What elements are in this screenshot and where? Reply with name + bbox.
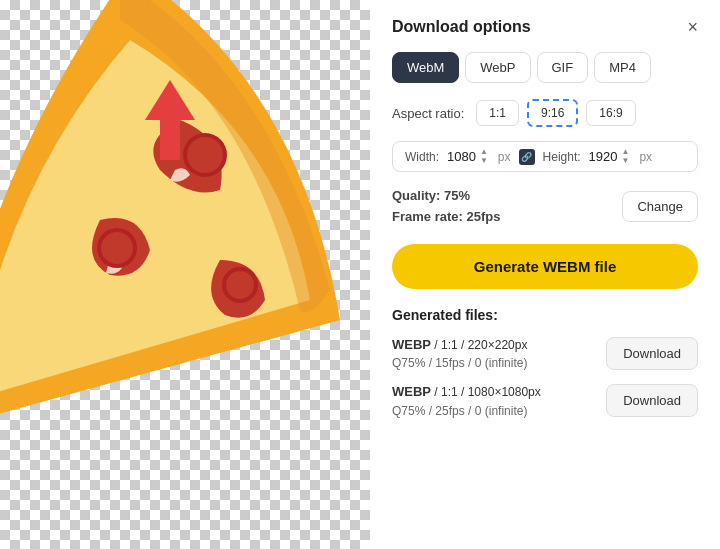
dimensions-row: Width: 1080 ▲ ▼ px 🔗 Height: 1920 ▲ ▼ px (392, 141, 698, 172)
quality-value: 75% (444, 188, 470, 203)
height-down[interactable]: ▼ (622, 157, 630, 165)
svg-point-1 (187, 137, 223, 173)
file-meta-2: Q75% / 25fps / 0 (infinite) (392, 402, 541, 420)
panel-title: Download options (392, 18, 531, 36)
aspect-ratio-row: Aspect ratio: 1:1 9:16 16:9 (392, 99, 698, 127)
generate-button[interactable]: Generate WEBM file (392, 244, 698, 289)
change-button[interactable]: Change (622, 191, 698, 222)
width-unit: px (498, 150, 511, 164)
file-format-2: WEBP (392, 384, 431, 399)
height-value-group: 1920 ▲ ▼ (589, 148, 630, 165)
quality-row: Quality: 75% Frame rate: 25fps Change (392, 186, 698, 228)
file-item-2: WEBP / 1:1 / 1080×1080px Q75% / 25fps / … (392, 382, 698, 420)
svg-point-3 (101, 232, 133, 264)
tab-mp4[interactable]: MP4 (594, 52, 651, 83)
width-down[interactable]: ▼ (480, 157, 488, 165)
lock-icon: 🔗 (519, 149, 535, 165)
framerate-value: 25fps (466, 209, 500, 224)
height-up[interactable]: ▲ (622, 148, 630, 156)
height-label: Height: (543, 150, 581, 164)
file-info-1: WEBP / 1:1 / 220×220px Q75% / 15fps / 0 … (392, 335, 527, 373)
height-unit: px (639, 150, 652, 164)
ratio-btn-16-9[interactable]: 16:9 (586, 100, 635, 126)
quality-info: Quality: 75% Frame rate: 25fps (392, 186, 500, 228)
width-up[interactable]: ▲ (480, 148, 488, 156)
width-value-group: 1080 ▲ ▼ (447, 148, 488, 165)
ratio-btn-9-16[interactable]: 9:16 (527, 99, 578, 127)
file-ratio-2: / 1:1 / 1080×1080px (434, 385, 540, 399)
file-item-1: WEBP / 1:1 / 220×220px Q75% / 15fps / 0 … (392, 335, 698, 373)
svg-point-5 (226, 271, 254, 299)
generated-files-title: Generated files: (392, 307, 698, 323)
quality-label: Quality: (392, 188, 444, 203)
framerate-label: Frame rate: (392, 209, 466, 224)
generated-files-section: Generated files: WEBP / 1:1 / 220×220px … (392, 307, 698, 420)
framerate-line: Frame rate: 25fps (392, 207, 500, 228)
link-icon: 🔗 (521, 152, 532, 162)
width-label: Width: (405, 150, 439, 164)
file-name-1: WEBP / 1:1 / 220×220px (392, 335, 527, 355)
file-ratio-1: / 1:1 / 220×220px (434, 338, 527, 352)
file-info-2: WEBP / 1:1 / 1080×1080px Q75% / 25fps / … (392, 382, 541, 420)
download-button-2[interactable]: Download (606, 384, 698, 417)
quality-line: Quality: 75% (392, 186, 500, 207)
width-spinner[interactable]: ▲ ▼ (480, 148, 488, 165)
file-format-1: WEBP (392, 337, 431, 352)
tab-webp[interactable]: WebP (465, 52, 530, 83)
pizza-image (0, 0, 340, 549)
tab-gif[interactable]: GIF (537, 52, 589, 83)
close-button[interactable]: × (687, 18, 698, 36)
download-button-1[interactable]: Download (606, 337, 698, 370)
aspect-ratio-label: Aspect ratio: (392, 106, 464, 121)
panel-header: Download options × (392, 18, 698, 36)
file-meta-1: Q75% / 15fps / 0 (infinite) (392, 354, 527, 372)
height-spinner[interactable]: ▲ ▼ (622, 148, 630, 165)
file-name-2: WEBP / 1:1 / 1080×1080px (392, 382, 541, 402)
format-tabs: WebM WebP GIF MP4 (392, 52, 698, 83)
width-value: 1080 (447, 149, 476, 164)
ratio-btn-1-1[interactable]: 1:1 (476, 100, 519, 126)
height-value: 1920 (589, 149, 618, 164)
preview-panel (0, 0, 370, 549)
tab-webm[interactable]: WebM (392, 52, 459, 83)
download-options-panel: Download options × WebM WebP GIF MP4 Asp… (370, 0, 720, 549)
